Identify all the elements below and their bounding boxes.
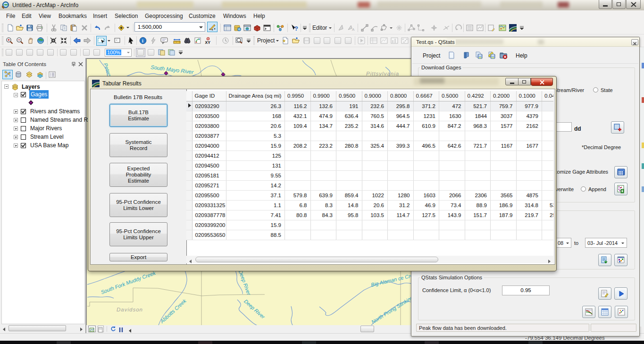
svg-text:XY: XY [205,40,211,44]
svg-text:?: ? [294,25,298,32]
svg-text:A: A [352,27,355,32]
svg-text:i: i [142,38,143,43]
